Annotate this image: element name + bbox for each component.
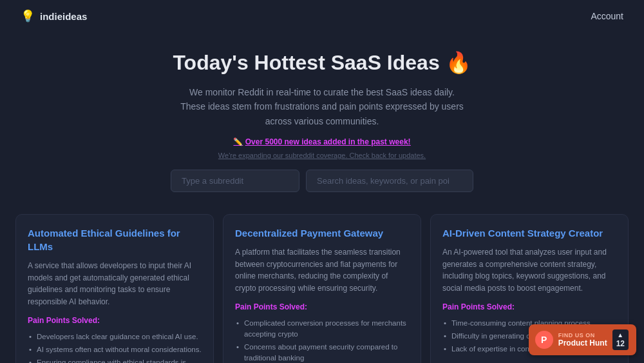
badge-icon: ✏️ bbox=[233, 137, 243, 146]
ph-text: FIND US ON Product Hunt bbox=[558, 332, 607, 348]
pain-point-item: AI systems often act without moral consi… bbox=[28, 344, 202, 355]
ph-name-label: Product Hunt bbox=[558, 338, 607, 348]
pain-point-item: Concerns about payment security compared… bbox=[235, 342, 409, 363]
card-item[interactable]: Automated Ethical Guidelines for LLMs A … bbox=[15, 214, 214, 363]
card-title: Automated Ethical Guidelines for LLMs bbox=[28, 226, 202, 253]
logo-text: indieideas bbox=[40, 11, 87, 22]
search-inputs bbox=[13, 170, 631, 192]
pain-points-label: Pain Points Solved: bbox=[442, 302, 616, 311]
search-input[interactable] bbox=[306, 170, 473, 192]
pain-point-item: Complicated conversion processes for mer… bbox=[235, 318, 409, 340]
page-title: Today's Hottest SaaS Ideas 🔥 bbox=[13, 50, 631, 75]
logo-icon: 💡 bbox=[21, 9, 35, 23]
ph-count-number: 12 bbox=[616, 339, 625, 348]
card-title: AI-Driven Content Strategy Creator bbox=[442, 226, 616, 240]
ph-logo-icon: P bbox=[535, 331, 553, 349]
subreddit-input[interactable] bbox=[171, 170, 299, 192]
pain-points-list: Developers lack clear guidance on ethica… bbox=[28, 331, 202, 363]
pain-points-label: Pain Points Solved: bbox=[28, 316, 202, 325]
ph-vote-count: ▲ 12 bbox=[612, 329, 629, 350]
card-title: Decentralized Payment Gateway bbox=[235, 226, 409, 240]
account-link[interactable]: Account bbox=[591, 11, 623, 21]
badge-text: Over 5000 new ideas added in the past we… bbox=[245, 137, 411, 146]
pain-points-list: Complicated conversion processes for mer… bbox=[235, 318, 409, 363]
card-item[interactable]: Decentralized Payment Gateway A platform… bbox=[223, 214, 421, 363]
ph-arrow-icon: ▲ bbox=[617, 331, 623, 339]
hero-subtitle: We monitor Reddit in real-time to curate… bbox=[180, 85, 464, 128]
pain-point-item: Ensuring compliance with ethical standar… bbox=[28, 357, 202, 363]
card-description: An AI-powered tool that analyzes user in… bbox=[442, 246, 616, 294]
navbar: 💡 indieideas Account bbox=[0, 0, 644, 32]
hero-badge: ✏️ Over 5000 new ideas added in the past… bbox=[13, 137, 631, 146]
hero-subtext: We're expanding our subreddit coverage. … bbox=[13, 152, 631, 159]
pain-point-item: Developers lack clear guidance on ethica… bbox=[28, 331, 202, 342]
pain-points-label: Pain Points Solved: bbox=[235, 302, 409, 311]
hero-section: Today's Hottest SaaS Ideas 🔥 We monitor … bbox=[0, 32, 644, 205]
card-description: A service that allows developers to inpu… bbox=[28, 260, 202, 308]
card-description: A platform that facilitates the seamless… bbox=[235, 246, 409, 294]
product-hunt-badge[interactable]: P FIND US ON Product Hunt ▲ 12 bbox=[529, 324, 636, 355]
logo[interactable]: 💡 indieideas bbox=[21, 9, 87, 23]
ph-find-us: FIND US ON bbox=[558, 332, 607, 338]
